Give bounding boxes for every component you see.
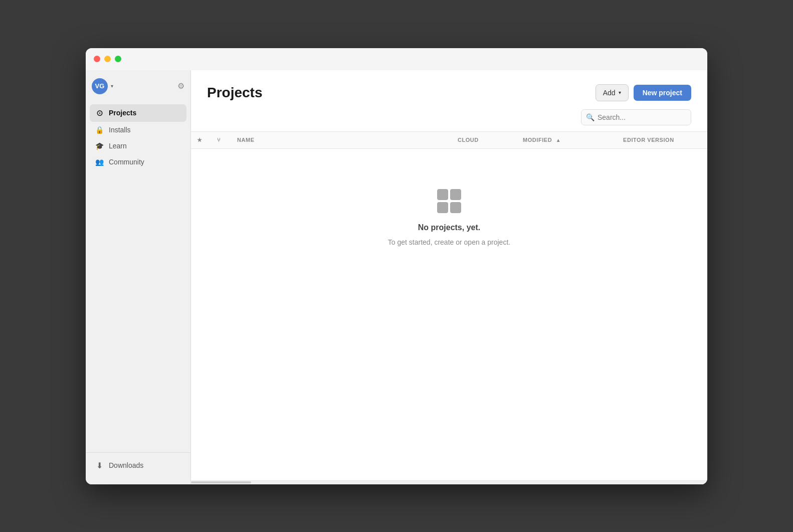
new-project-button[interactable]: New project (634, 85, 691, 101)
chevron-down-icon: ▾ (111, 83, 113, 89)
projects-table: ★ ⑂ NAME CLOUD M (191, 131, 707, 149)
app-window: VG ▾ ⚙ ⊙ Projects 🔒 Installs 🎓 Learn (86, 48, 707, 484)
sidebar-item-label: Installs (109, 126, 131, 134)
lock-icon: 🔒 (95, 126, 104, 134)
th-cloud-label: CLOUD (458, 137, 479, 143)
search-icon: 🔍 (586, 113, 594, 121)
sort-asc-icon: ▲ (556, 137, 561, 143)
empty-icon-square (450, 189, 461, 200)
sidebar-item-installs[interactable]: 🔒 Installs (90, 122, 186, 138)
empty-icon-square (437, 189, 448, 200)
th-editor-label: EDITOR VERSION (623, 137, 674, 143)
th-fork[interactable]: ⑂ (211, 131, 231, 148)
sidebar-item-projects[interactable]: ⊙ Projects (90, 104, 186, 122)
th-name[interactable]: NAME (231, 131, 452, 148)
th-modified[interactable]: MODIFIED ▲ (517, 131, 617, 148)
th-star[interactable]: ★ (191, 131, 211, 148)
scrollbar-thumb[interactable] (191, 481, 251, 483)
add-button[interactable]: Add ▾ (596, 84, 629, 101)
empty-state: No projects, yet. To get started, create… (191, 149, 707, 286)
empty-projects-icon (437, 189, 461, 213)
sidebar-top: VG ▾ ⚙ (86, 74, 190, 102)
star-icon: ★ (197, 137, 203, 143)
sidebar-item-label: Projects (109, 109, 136, 117)
th-modified-label: MODIFIED (523, 137, 552, 143)
search-input[interactable] (581, 109, 691, 125)
sidebar-item-learn[interactable]: 🎓 Learn (90, 138, 186, 154)
sidebar-item-downloads[interactable]: ⬇ Downloads (90, 457, 186, 474)
horizontal-scrollbar[interactable] (191, 480, 707, 484)
projects-table-container: ★ ⑂ NAME CLOUD M (191, 131, 707, 480)
table-header-row: ★ ⑂ NAME CLOUD M (191, 131, 707, 148)
add-chevron-icon: ▾ (619, 90, 621, 95)
fork-icon: ⑂ (217, 137, 221, 143)
empty-icon-square (437, 202, 448, 213)
fullscreen-button[interactable] (115, 56, 121, 62)
sidebar-item-label: Community (109, 158, 144, 166)
close-button[interactable] (94, 56, 100, 62)
gear-icon[interactable]: ⚙ (177, 81, 184, 91)
search-wrapper: 🔍 (581, 109, 691, 125)
learn-icon: 🎓 (95, 142, 104, 150)
user-menu[interactable]: VG ▾ (92, 78, 113, 94)
sidebar-item-label: Downloads (109, 461, 143, 469)
titlebar (86, 48, 707, 70)
avatar: VG (92, 78, 108, 94)
download-icon: ⬇ (95, 461, 104, 470)
add-button-label: Add (603, 89, 616, 97)
sidebar-nav: ⊙ Projects 🔒 Installs 🎓 Learn 👥 Communit… (86, 102, 190, 452)
th-cloud[interactable]: CLOUD (452, 131, 517, 148)
empty-state-subtitle: To get started, create or open a project… (388, 238, 510, 246)
th-editor-version[interactable]: EDITOR VERSION (617, 131, 707, 148)
page-title: Projects (207, 85, 263, 101)
header-actions: Add ▾ New project (596, 84, 691, 101)
main-header: Projects Add ▾ New project (191, 70, 707, 109)
app-body: VG ▾ ⚙ ⊙ Projects 🔒 Installs 🎓 Learn (86, 70, 707, 484)
sidebar-bottom: ⬇ Downloads (86, 452, 190, 480)
empty-icon-square (450, 202, 461, 213)
minimize-button[interactable] (104, 56, 111, 62)
traffic-lights (94, 56, 121, 62)
sidebar-item-label: Learn (109, 142, 127, 150)
sidebar-item-community[interactable]: 👥 Community (90, 154, 186, 170)
projects-icon: ⊙ (95, 108, 104, 118)
search-bar-row: 🔍 (191, 109, 707, 131)
th-name-label: NAME (237, 137, 255, 143)
empty-state-title: No projects, yet. (418, 223, 480, 232)
sidebar: VG ▾ ⚙ ⊙ Projects 🔒 Installs 🎓 Learn (86, 70, 191, 484)
community-icon: 👥 (95, 158, 104, 166)
main-content: Projects Add ▾ New project 🔍 (191, 70, 707, 484)
